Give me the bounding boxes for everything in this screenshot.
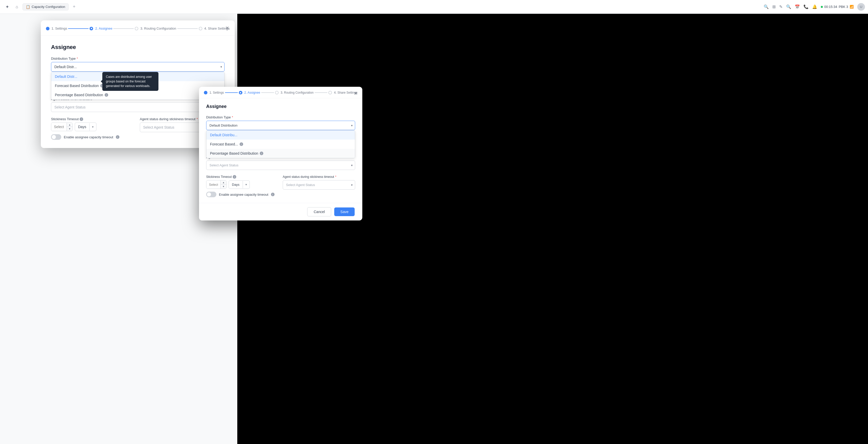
- increment-button[interactable]: ▲: [67, 123, 72, 127]
- right-step-1[interactable]: 1. Settings: [204, 91, 224, 94]
- distribution-type-label: Distribution Type *: [51, 57, 224, 61]
- right-step-4-circle: [329, 91, 332, 94]
- status-indicator: 00:15:34 PBK 3 📶: [821, 5, 854, 9]
- app-logo: ✦: [3, 3, 11, 11]
- right-step-2[interactable]: 2. Assignee: [239, 91, 260, 94]
- steps-header: 1. Settings 2. Assignee 3. Routing Confi…: [41, 21, 235, 36]
- calendar-icon[interactable]: 📅: [795, 4, 800, 9]
- percentage-info-icon[interactable]: i: [104, 93, 108, 97]
- number-stepper: ▲ ▼: [67, 123, 72, 131]
- step-2-label: 2. Assignee: [95, 27, 112, 30]
- user-avatar[interactable]: U: [857, 3, 865, 11]
- step-line-3: [177, 28, 198, 29]
- right-step-line-3: [315, 92, 327, 93]
- modal-right-steps: 1. Settings 2. Assignee 3. Routing Confi…: [199, 87, 362, 98]
- save-button[interactable]: Save: [334, 208, 355, 216]
- agent-status-select-wrapper: Select Agent Status ▾: [51, 102, 224, 112]
- distribution-type-select[interactable]: Default Distr...: [51, 62, 224, 72]
- topbar: ✦ ⌂ 📋 Capacity Configuration + 🔍 ⊞ ✎ 🔍 📅…: [0, 0, 868, 14]
- right-distribution-group: Distribution Type * Default Distribution…: [206, 115, 355, 130]
- toggle-label: Enable assignee capacity timeout: [64, 135, 113, 139]
- right-stickiness-input-group: ▲ ▼ Days ▾: [206, 180, 279, 189]
- right-decrement-btn[interactable]: ▼: [221, 185, 226, 189]
- right-stickiness-label: Stickiness Timeout i: [206, 175, 279, 179]
- right-step-1-label: 1. Settings: [210, 91, 224, 94]
- grid-icon[interactable]: ⊞: [772, 4, 776, 9]
- right-step-4-label: 4. Share Settings: [334, 91, 358, 94]
- modal-right-container: ✕ 1. Settings 2. Assignee 3. Routing Con…: [199, 87, 362, 220]
- right-step-2-circle: [239, 91, 242, 94]
- right-agent-stickiness-col: Agent status during stickiness timeout *…: [283, 175, 355, 190]
- right-stickiness-info[interactable]: i: [233, 175, 236, 179]
- distribution-type-select-wrapper: Default Distr... ▾ Default Distr... Case…: [51, 62, 224, 72]
- search-icon[interactable]: 🔍: [764, 4, 769, 9]
- decrement-button[interactable]: ▼: [67, 127, 72, 131]
- right-forecast-info[interactable]: i: [240, 142, 243, 146]
- step-4[interactable]: 4. Share Settings: [199, 27, 230, 30]
- step-2-circle: [90, 27, 93, 30]
- status-dot: [821, 6, 823, 8]
- stickiness-row: Stickiness Timeout i ▲ ▼ Days ▾: [51, 117, 224, 132]
- dropdown-option-default[interactable]: Default Distr... Cases are distributed a…: [51, 72, 224, 81]
- step-3[interactable]: 3. Routing Configuration: [135, 27, 176, 30]
- right-agent-stickiness-select[interactable]: Select Agent Status: [283, 180, 355, 190]
- wifi-icon: 📶: [849, 5, 854, 9]
- topbar-icons: 🔍 ⊞ ✎ 🔍 📅 📞 🔔 00:15:34 PBK 3 📶 U: [764, 3, 865, 11]
- days-select[interactable]: Days ▾: [75, 123, 96, 131]
- right-agent-status-wrapper: Select Agent Status ▾: [206, 160, 355, 170]
- cancel-button[interactable]: Cancel: [307, 207, 331, 216]
- agent-status-select[interactable]: Select Agent Status: [51, 102, 224, 112]
- right-increment-btn[interactable]: ▲: [221, 181, 226, 185]
- step-2[interactable]: 2. Assignee: [90, 27, 112, 30]
- step-3-label: 3. Routing Configuration: [140, 27, 176, 30]
- right-toggle-info[interactable]: i: [271, 193, 275, 196]
- right-step-4[interactable]: 4. Share Settings: [329, 91, 358, 94]
- right-distribution-select[interactable]: Default Distribution: [206, 121, 355, 130]
- toggle-info-icon[interactable]: i: [116, 135, 119, 139]
- stickiness-col: Stickiness Timeout i ▲ ▼ Days ▾: [51, 117, 136, 131]
- right-capacity-toggle[interactable]: [206, 192, 216, 197]
- right-dropdown-forecast[interactable]: Forecast Based... i: [207, 139, 355, 149]
- tab-icon: 📋: [26, 5, 30, 9]
- right-dropdown-percentage[interactable]: Percentage Based Distribution i Cases ar…: [207, 149, 355, 158]
- modal-left-title: Assignee: [51, 44, 224, 51]
- notification-icon[interactable]: 🔔: [812, 4, 817, 9]
- right-stickiness-input[interactable]: [207, 181, 220, 189]
- right-distribution-label: Distribution Type *: [206, 115, 355, 119]
- right-stickiness-col: Stickiness Timeout i ▲ ▼ Days: [206, 175, 279, 189]
- right-toggle-row: Enable assignee capacity timeout i: [206, 192, 355, 197]
- stickiness-value-input[interactable]: [51, 123, 67, 131]
- required-marker3: *: [196, 117, 198, 121]
- step-1[interactable]: 1. Settings: [46, 27, 67, 30]
- toggle-row: Enable assignee capacity timeout i: [51, 134, 224, 140]
- dropdown-option-percentage[interactable]: Percentage Based Distribution i: [51, 90, 224, 99]
- stickiness-label: Stickiness Timeout i: [51, 117, 136, 121]
- stickiness-info-icon[interactable]: i: [80, 117, 83, 121]
- right-days-select[interactable]: Days ▾: [228, 181, 250, 189]
- capacity-timeout-toggle[interactable]: [51, 134, 61, 140]
- step-4-label: 4. Share Settings: [205, 27, 230, 30]
- dropdown-option-forecast[interactable]: Forecast Based Distribution i: [51, 81, 224, 90]
- step-4-circle: [199, 27, 202, 30]
- pbx-label: PBK 3: [839, 5, 848, 9]
- modal-right-body: Assignee Distribution Type * Default Dis…: [199, 98, 362, 203]
- capacity-config-tab[interactable]: 📋 Capacity Configuration: [23, 3, 69, 10]
- right-step-2-label: 2. Assignee: [244, 91, 260, 94]
- edit-icon[interactable]: ✎: [779, 4, 782, 9]
- right-distribution-dropdown: Default Distribu... Forecast Based... i …: [206, 130, 355, 158]
- home-button[interactable]: ⌂: [13, 3, 21, 10]
- right-agent-stickiness-label: Agent status during stickiness timeout *: [283, 175, 355, 179]
- right-step-3-circle: [275, 91, 279, 94]
- right-step-1-circle: [204, 91, 208, 94]
- step-line-1: [68, 28, 89, 29]
- right-step-3[interactable]: 3. Routing Configuration: [275, 91, 314, 94]
- add-tab-button[interactable]: +: [71, 3, 78, 10]
- right-dropdown-default[interactable]: Default Distribu...: [207, 130, 355, 139]
- phone-icon[interactable]: 📞: [803, 4, 809, 9]
- search2-icon[interactable]: 🔍: [786, 4, 791, 9]
- right-agent-status-select[interactable]: Select Agent Status: [206, 160, 355, 170]
- modal-right-footer: Cancel Save: [199, 203, 362, 220]
- right-percentage-info[interactable]: i: [260, 152, 263, 155]
- forecast-info-icon[interactable]: i: [100, 84, 104, 88]
- distribution-dropdown: Default Distr... Cases are distributed a…: [51, 72, 224, 100]
